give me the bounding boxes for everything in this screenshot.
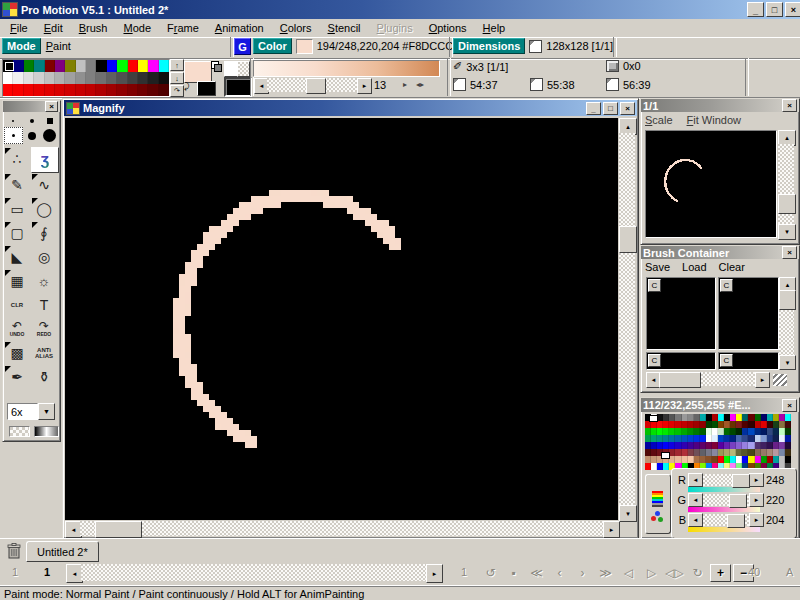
color-spread-bar[interactable]: [253, 60, 440, 77]
slider-B-track[interactable]: [703, 514, 749, 526]
loop-button[interactable]: ↺: [480, 564, 501, 582]
palette-title-bar[interactable]: 112/232,255,255 #E... ×: [641, 398, 799, 412]
antialias-tool[interactable]: ANTi ALiAS: [31, 341, 57, 365]
brush-slot-c-button[interactable]: C: [720, 279, 733, 292]
palette-cell[interactable]: [785, 456, 791, 463]
fill-tool[interactable]: ◣: [4, 245, 30, 269]
preview-menu-scale[interactable]: Scale: [645, 114, 673, 126]
brush-slot[interactable]: C: [646, 352, 716, 370]
redo-button[interactable]: ↷REDO: [31, 317, 57, 341]
title-bar[interactable]: Pro Motion V5.1 : Untitled 2* _ □ ×: [0, 0, 800, 19]
dimensions-chip[interactable]: Dimensions: [453, 38, 525, 54]
palette-cell[interactable]: [96, 72, 106, 84]
palette-cell[interactable]: [65, 72, 75, 84]
palette-cell[interactable]: [13, 84, 23, 96]
palette-cell[interactable]: [86, 72, 96, 84]
slider-R-right[interactable]: ▸: [749, 473, 764, 487]
palette-cell[interactable]: [55, 84, 65, 96]
frame-scroll-track[interactable]: [81, 564, 426, 581]
palette-cell[interactable]: [159, 72, 169, 84]
palette-cell[interactable]: [128, 72, 138, 84]
brush-size-1[interactable]: [4, 114, 21, 127]
brush-slot-c-button[interactable]: C: [648, 354, 661, 367]
text-tool[interactable]: T: [31, 293, 57, 317]
magnify-tool[interactable]: ◎: [31, 245, 57, 269]
freehand-draw-tool[interactable]: ʒ: [31, 147, 59, 173]
slider-G-track[interactable]: [703, 494, 749, 506]
palette-cell[interactable]: [128, 84, 138, 96]
preview-close-icon[interactable]: ×: [782, 99, 797, 112]
play-backward-button[interactable]: ◁: [618, 564, 639, 582]
palette-cell[interactable]: [96, 60, 106, 72]
menu-animation[interactable]: Animation: [207, 20, 272, 36]
palette-cell[interactable]: [785, 421, 791, 428]
bc-hscroll-thumb[interactable]: [659, 372, 701, 388]
tool-window-title-bar[interactable]: ×: [3, 101, 60, 112]
preview-menu-fit-window[interactable]: Fit Window: [687, 114, 741, 126]
palette-cell[interactable]: [107, 60, 117, 72]
play-forward-button[interactable]: ▷: [641, 564, 662, 582]
spread-step-button-0[interactable]: ▸: [400, 78, 410, 91]
ink-bottle-tool[interactable]: ⚱: [31, 365, 57, 389]
clear-tool[interactable]: CLR: [4, 293, 30, 317]
magnify-close-icon[interactable]: ×: [620, 102, 635, 115]
menu-edit[interactable]: Edit: [36, 20, 71, 36]
background-color-swatch[interactable]: [197, 81, 216, 96]
slider-R-left[interactable]: ◂: [688, 473, 703, 487]
brush-size-3[interactable]: [41, 114, 58, 127]
tab-untitled-2[interactable]: Untitled 2*: [26, 541, 99, 562]
zoom-select-arrow-icon[interactable]: ▼: [38, 403, 55, 420]
ellipse-tool[interactable]: ◯: [31, 197, 57, 221]
palette-cell[interactable]: [65, 84, 75, 96]
brush-container-title-bar[interactable]: Brush Container ×: [641, 246, 799, 259]
trans-white-swatch[interactable]: [224, 61, 238, 77]
palette-cell[interactable]: [55, 72, 65, 84]
magnify-minimize-icon[interactable]: _: [586, 102, 601, 115]
palette-arrow-button-1[interactable]: ↓: [170, 72, 184, 84]
minimize-button[interactable]: _: [747, 2, 764, 17]
palette-cell[interactable]: [24, 84, 34, 96]
palette-cell[interactable]: [96, 84, 106, 96]
rgb-dots-icon[interactable]: [651, 511, 665, 523]
resize-grip[interactable]: [773, 374, 787, 386]
brush-slot-c-button[interactable]: C: [720, 354, 733, 367]
lightbulb-tool[interactable]: ☼: [31, 269, 57, 293]
gradient-swatch[interactable]: [34, 426, 59, 437]
thumbnail-button[interactable]: ▪: [503, 564, 524, 582]
brush-slot[interactable]: C: [718, 277, 779, 350]
palette-cell[interactable]: [76, 72, 86, 84]
mode-chip[interactable]: Mode: [2, 38, 41, 54]
trans-black-swatch[interactable]: [224, 77, 252, 97]
palette-cell[interactable]: [138, 84, 148, 96]
first-frame-button[interactable]: ≪: [526, 564, 547, 582]
line-tool[interactable]: ✎: [4, 173, 30, 197]
undo-button[interactable]: ↶UNDO: [4, 317, 30, 341]
slider-G-left[interactable]: ◂: [688, 493, 703, 507]
slider-B-left[interactable]: ◂: [688, 513, 703, 527]
magnify-vscroll-track[interactable]: [619, 133, 635, 505]
palette-cell[interactable]: [785, 414, 791, 421]
palette-cell[interactable]: [117, 84, 127, 96]
frame-scrollbar[interactable]: ◂ ▸: [66, 564, 441, 581]
pattern-swatch[interactable]: [9, 426, 30, 437]
trans-pattern-swatch[interactable]: [237, 61, 250, 77]
slider-R-thumb[interactable]: [732, 474, 750, 488]
repeat-button[interactable]: ↻: [687, 564, 708, 582]
menu-brush[interactable]: Brush: [71, 20, 116, 36]
brush-menu-clear[interactable]: Clear: [719, 261, 745, 273]
palette-cell[interactable]: [24, 72, 34, 84]
palette-cell[interactable]: [34, 60, 44, 72]
last-frame-button[interactable]: ≫: [595, 564, 616, 582]
magnify-hscroll-track[interactable]: [80, 521, 603, 536]
dither-tool[interactable]: ▩: [4, 341, 30, 365]
palette-cell[interactable]: [785, 428, 791, 435]
magnify-vscrollbar[interactable]: ▴ ▾: [619, 118, 635, 520]
swap-colors-icon[interactable]: [211, 61, 221, 71]
slider-B-right[interactable]: ▸: [749, 513, 764, 527]
frame-scroll-right[interactable]: ▸: [426, 564, 443, 583]
trash-icon[interactable]: [6, 542, 22, 559]
palette-cell[interactable]: [148, 60, 158, 72]
magnify-vscroll-thumb[interactable]: [619, 226, 637, 253]
lasso-select-tool[interactable]: ∮: [31, 221, 57, 245]
magnify-hscrollbar[interactable]: ◂ ▸: [65, 521, 618, 536]
